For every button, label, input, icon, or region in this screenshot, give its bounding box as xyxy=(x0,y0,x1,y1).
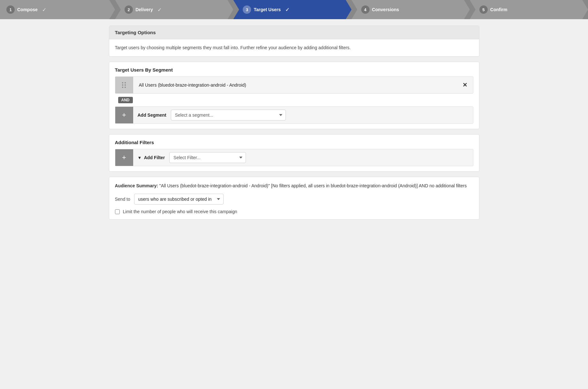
step-label-compose: Compose xyxy=(17,7,38,12)
step-delivery[interactable]: 2 Delivery ✓ xyxy=(115,0,233,19)
step-check-target-users: ✓ xyxy=(285,7,289,13)
add-segment-label: Add Segment xyxy=(133,113,171,118)
filter-select-dropdown[interactable]: Select Filter... xyxy=(169,152,246,163)
drag-dots xyxy=(122,82,126,88)
dot xyxy=(125,84,126,86)
filter-icon: ▼ xyxy=(138,155,142,160)
step-target-users[interactable]: 3 Target Users ✓ xyxy=(233,0,351,19)
limit-campaign-checkbox[interactable] xyxy=(115,209,120,214)
and-badge: AND xyxy=(118,97,133,103)
segment-drag-handle[interactable] xyxy=(115,77,133,93)
send-to-row: Send to users who are subscribed or opte… xyxy=(115,194,473,205)
dot xyxy=(122,82,123,83)
dot xyxy=(125,87,126,88)
send-to-label: Send to xyxy=(115,197,130,202)
step-check-compose: ✓ xyxy=(42,7,46,13)
limit-campaign-label: Limit the number of people who will rece… xyxy=(123,209,237,214)
audience-summary-label: Audience Summary: xyxy=(115,183,158,188)
stepper: 1 Compose ✓ 2 Delivery ✓ 3 Target Users … xyxy=(0,0,588,19)
step-number-5: 5 xyxy=(479,5,488,14)
segment-select-dropdown[interactable]: Select a segment... xyxy=(171,110,286,121)
audience-summary-text: Audience Summary: "All Users (bluedot-br… xyxy=(115,182,473,189)
add-filter-row: + ▼ Add Filter Select Filter... xyxy=(115,149,473,166)
segment-card-body: Target Users By Segment All Users (blued… xyxy=(109,62,479,129)
limit-row: Limit the number of people who will rece… xyxy=(115,209,473,214)
targeting-options-header: Targeting Options xyxy=(109,26,479,39)
segment-remove-button[interactable]: ✕ xyxy=(457,82,473,89)
audience-summary-card: Audience Summary: "All Users (bluedot-br… xyxy=(109,177,479,220)
main-content: Targeting Options Target users by choosi… xyxy=(103,26,486,220)
audience-summary-value: "All Users (bluedot-braze-integration-an… xyxy=(159,183,467,188)
filters-card-body: Additional Filters + ▼ Add Filter Select… xyxy=(109,135,479,171)
segment-name-text: All Users (bluedot-braze-integration-and… xyxy=(133,82,457,88)
segment-row: All Users (bluedot-braze-integration-and… xyxy=(115,76,473,94)
targeting-description: Target users by choosing multiple segmen… xyxy=(115,44,473,51)
step-check-delivery: ✓ xyxy=(157,7,162,13)
dot xyxy=(125,82,126,83)
step-label-conversions: Conversions xyxy=(372,7,399,12)
step-number-1: 1 xyxy=(6,5,15,14)
segment-section-label: Target Users By Segment xyxy=(115,67,473,73)
step-number-4: 4 xyxy=(361,5,370,14)
step-confirm[interactable]: 5 Confirm xyxy=(470,0,588,19)
add-segment-row: + Add Segment Select a segment... xyxy=(115,106,473,124)
add-filter-label: ▼ Add Filter xyxy=(133,155,170,160)
send-to-dropdown[interactable]: users who are subscribed or opted in xyxy=(134,194,224,205)
targeting-options-card: Targeting Options Target users by choosi… xyxy=(109,26,479,57)
step-compose[interactable]: 1 Compose ✓ xyxy=(0,0,115,19)
step-label-confirm: Confirm xyxy=(490,7,508,12)
dot xyxy=(122,87,123,88)
step-label-target-users: Target Users xyxy=(254,7,281,12)
add-segment-icon-button[interactable]: + xyxy=(115,107,133,123)
targeting-options-body: Target users by choosing multiple segmen… xyxy=(109,39,479,56)
step-label-delivery: Delivery xyxy=(135,7,153,12)
target-users-segment-card: Target Users By Segment All Users (blued… xyxy=(109,62,479,129)
step-number-2: 2 xyxy=(125,5,133,14)
filters-section-label: Additional Filters xyxy=(115,140,473,145)
step-conversions[interactable]: 4 Conversions xyxy=(352,0,470,19)
add-filter-icon-button[interactable]: + xyxy=(115,149,133,166)
additional-filters-card: Additional Filters + ▼ Add Filter Select… xyxy=(109,134,479,172)
step-number-3: 3 xyxy=(243,5,251,14)
dot xyxy=(122,84,123,86)
